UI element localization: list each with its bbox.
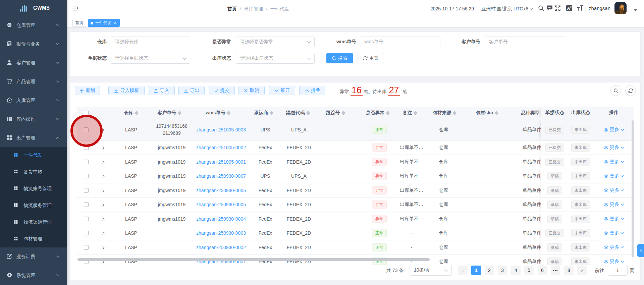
- svg-text:文: 文: [570, 5, 572, 8]
